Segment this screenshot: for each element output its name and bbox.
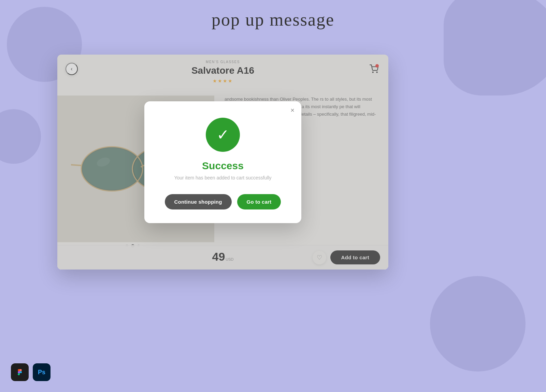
go-to-cart-button[interactable]: Go to cart [237,194,281,209]
continue-shopping-button[interactable]: Continue shopping [165,194,232,209]
photoshop-icon[interactable]: Ps [33,363,51,381]
app-window: ‹ MEN'S GLASSES Salvatore A16 ★★★★ [57,55,388,270]
success-modal: × ✓ Success Your item has been added to … [144,101,301,223]
modal-buttons: Continue shopping Go to cart [158,194,288,209]
check-icon: ✓ [217,127,229,142]
bottom-tools: Ps [11,363,51,381]
success-icon-circle: ✓ [206,118,240,152]
bg-blob-top-right [444,0,546,96]
bg-blob-bot-right [430,276,526,372]
page-title: pop up message [212,10,334,30]
figma-icon[interactable] [11,363,29,381]
modal-title: Success [158,160,288,172]
bg-blob-mid-left [0,109,41,164]
modal-subtitle: Your item has been added to cart success… [158,175,288,180]
modal-overlay: × ✓ Success Your item has been added to … [57,55,388,270]
modal-close-button[interactable]: × [290,107,294,114]
